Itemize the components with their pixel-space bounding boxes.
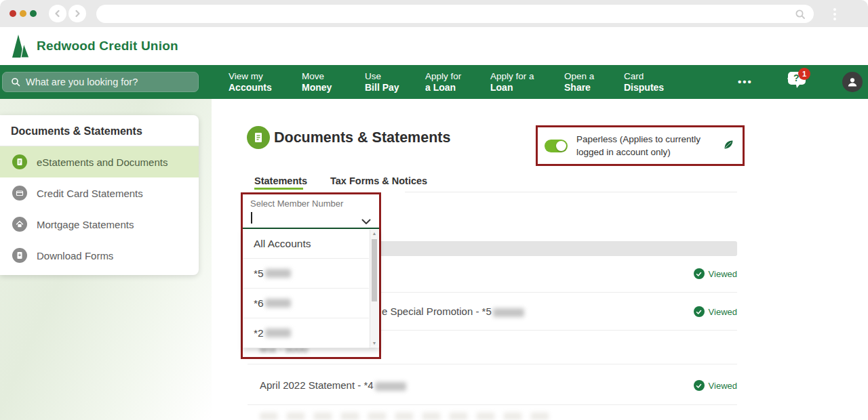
check-icon: [694, 268, 705, 279]
active-tab-underline: [254, 188, 303, 190]
check-icon: [694, 306, 705, 317]
sidebar-item-estatements[interactable]: eStatements and Documents: [0, 146, 199, 177]
status-badge: Viewed: [694, 268, 737, 279]
paperless-label: Paperless (Applies to currently logged i…: [576, 133, 715, 159]
browser-chrome: [0, 0, 868, 27]
status-badge: Viewed: [694, 380, 737, 391]
browser-forward-button[interactable]: [68, 5, 86, 22]
row-divider: [248, 404, 737, 405]
paperless-toggle[interactable]: [545, 140, 568, 152]
nav-item-view-my-accounts[interactable]: View my Accounts: [229, 71, 272, 93]
dropdown-label: Select Member Number: [250, 198, 343, 209]
dropdown-scrollbar[interactable]: ▲ ▼: [370, 230, 378, 347]
help-chat-button[interactable]: ? 1: [787, 70, 810, 92]
nav-more-icon[interactable]: •••: [738, 76, 753, 87]
nav-item-use-bill-pay[interactable]: Use Bill Pay: [365, 71, 399, 93]
dropdown-option-masked[interactable]: *6: [243, 289, 369, 318]
profile-button[interactable]: [842, 72, 863, 92]
site-search-input[interactable]: What are you looking for?: [2, 72, 199, 92]
download-form-icon: [12, 248, 27, 263]
check-icon: [694, 380, 705, 391]
tabs-baseline: [405, 192, 737, 192]
toggle-knob: [556, 141, 566, 151]
minimize-window-button[interactable]: [20, 10, 26, 17]
close-window-button[interactable]: [9, 10, 16, 17]
masked-number-patch: [493, 308, 524, 317]
sidebar-item-label: Mortgage Statements: [37, 219, 134, 230]
sidebar-item-credit-card-statements[interactable]: Credit Card Statements: [0, 177, 199, 209]
scroll-up-icon[interactable]: ▲: [370, 231, 378, 236]
scrollbar-thumb[interactable]: [372, 239, 377, 301]
brand-name[interactable]: Redwood Credit Union: [37, 39, 178, 54]
nav-item-card-disputes[interactable]: Card Disputes: [624, 71, 664, 93]
row-divider: [248, 364, 737, 364]
dropdown-option-masked[interactable]: *2: [243, 318, 369, 348]
sidebar-item-mortgage-statements[interactable]: Mortgage Statements: [0, 209, 199, 240]
chevron-right-icon: [73, 9, 81, 18]
text-cursor: [251, 212, 252, 224]
notification-badge: 1: [798, 68, 810, 80]
browser-back-button[interactable]: [49, 5, 66, 22]
statement-row-title[interactable]: e Special Promotion - *5: [382, 306, 524, 317]
search-icon: [11, 77, 20, 87]
nav-item-open-a-share[interactable]: Open a Share: [564, 71, 594, 93]
scroll-down-icon[interactable]: ▼: [370, 341, 378, 345]
page-title-document-icon: [247, 126, 270, 149]
sidebar-item-label: eStatements and Documents: [37, 156, 167, 168]
sidebar: Documents & Statements eStatements and D…: [0, 115, 199, 275]
sidebar-item-download-forms[interactable]: Download Forms: [0, 240, 199, 271]
page-title: Documents & Statements: [274, 129, 450, 146]
dropdown-option-all-accounts[interactable]: All Accounts: [243, 229, 369, 259]
cutoff-row-placeholder: [260, 413, 558, 420]
search-icon[interactable]: [795, 9, 806, 20]
browser-menu-icon[interactable]: [833, 6, 836, 22]
redwood-tree-logo-icon: [11, 35, 31, 58]
home-icon: [12, 217, 27, 232]
dropdown-option-masked[interactable]: *5: [243, 259, 369, 289]
chevron-left-icon: [54, 9, 62, 18]
url-bar[interactable]: [96, 5, 814, 23]
member-number-dropdown-annotation-box: Select Member Number All Accounts *5 *6 …: [241, 192, 381, 359]
sidebar-item-label: Credit Card Statements: [37, 188, 143, 199]
member-number-select[interactable]: Select Member Number: [243, 194, 379, 229]
site-search-placeholder: What are you looking for?: [26, 77, 138, 87]
maximize-window-button[interactable]: [30, 10, 37, 17]
credit-card-icon: [12, 186, 27, 201]
chevron-down-icon[interactable]: [361, 215, 371, 228]
masked-number-patch: [265, 269, 291, 278]
logo-bar: Redwood Credit Union: [0, 27, 868, 65]
masked-number-patch: [265, 299, 291, 308]
masked-number-patch: [375, 382, 406, 391]
tab-tax-forms-notices[interactable]: Tax Forms & Notices: [330, 175, 427, 186]
leaf-icon: [723, 139, 734, 153]
sidebar-title: Documents & Statements: [0, 115, 199, 146]
nav-item-apply-for-a-loan[interactable]: Apply for a Loan: [425, 71, 461, 93]
masked-number-patch: [265, 329, 291, 337]
status-badge: Viewed: [694, 306, 737, 317]
dropdown-option-list: All Accounts *5 *6 *2 ▲ ▼: [243, 229, 379, 348]
paperless-annotation-box: Paperless (Applies to currently logged i…: [536, 125, 745, 166]
person-icon: [846, 76, 859, 88]
nav-item-apply-for-a-loan-2[interactable]: Apply for a Loan: [490, 71, 534, 93]
app-window: Redwood Credit Union What are you lookin…: [0, 0, 868, 420]
statement-row-title[interactable]: April 2022 Statement - *4: [260, 379, 406, 391]
document-icon: [12, 154, 27, 169]
nav-item-move-money[interactable]: Move Money: [302, 71, 332, 93]
tab-statements[interactable]: Statements: [254, 175, 307, 186]
sidebar-item-label: Download Forms: [37, 250, 113, 261]
